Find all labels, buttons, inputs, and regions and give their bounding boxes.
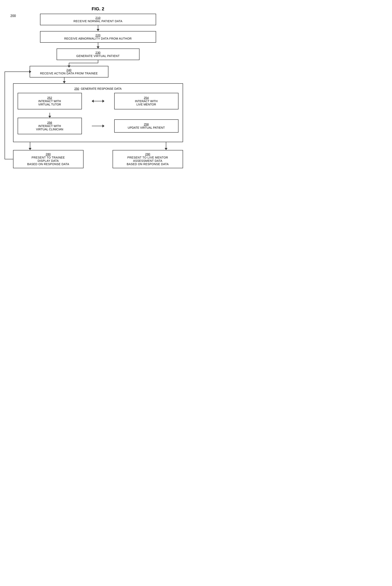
outer-box-250: 250 GENERATE RESPONSE DATA 252 INTERACT …: [13, 83, 183, 142]
box-250-label: 250 GENERATE RESPONSE DATA: [18, 87, 178, 90]
step-220-group: 220 RECEIVE ABNORMALITY DATA FROM AUTHOR: [13, 31, 183, 48]
box-254-id: 254: [144, 96, 149, 99]
box-258: 258 UPDATE VIRTUAL PATIENT: [114, 119, 178, 133]
box-230-text: GENERATE VIRTUAL PATIENT: [76, 54, 120, 58]
row-252-254: 252 INTERACT WITH VIRTUAL TUTOR 254 INTE…: [18, 93, 178, 109]
box-220-id: 220: [95, 33, 100, 37]
box-280-line1: PRESENT TO TRAINEE: [32, 156, 65, 159]
box-290: 290 PRESENT TO LIVE MENTOR ASSESSMENT DA…: [112, 150, 183, 168]
row-256-258: 256 INTERACT WITH VIRTUAL CLINICIAN 258 …: [18, 118, 178, 134]
box-252: 252 INTERACT WITH VIRTUAL TUTOR: [18, 93, 82, 109]
box-220: 220 RECEIVE ABNORMALITY DATA FROM AUTHOR: [40, 31, 156, 43]
flow-diagram: 210 RECEIVE NORMAL PATIENT DATA 220 RECE…: [13, 14, 183, 168]
box-256-line2: VIRTUAL CLINICIAN: [36, 128, 63, 131]
box-210: 210 RECEIVE NORMAL PATIENT DATA: [40, 14, 156, 25]
box-254-line1: INTERACT WITH: [135, 99, 158, 103]
box-240: 240 RECEIVE ACTION DATA FROM TRAINEE: [30, 66, 108, 77]
box-258-text: UPDATE VIRTUAL PATIENT: [128, 126, 165, 129]
arrow-256-258: [90, 126, 106, 126]
box-220-text: RECEIVE ABNORMALITY DATA FROM AUTHOR: [64, 37, 132, 40]
figure-title: FIG. 2: [8, 6, 188, 11]
bottom-arrows-row: [13, 142, 183, 150]
box-280-line3: BASED ON RESPONSE DATA: [27, 162, 69, 166]
box-280-line2: DISPLAY DATA: [38, 159, 59, 162]
arrow-240-250: [13, 77, 183, 83]
box-256-line1: INTERACT WITH: [38, 124, 61, 128]
box-280: 280 PRESENT TO TRAINEE DISPLAY DATA BASE…: [13, 150, 84, 168]
box-290-id: 290: [145, 152, 150, 156]
arrow-210-220: [96, 25, 100, 31]
box-256-id: 256: [47, 121, 52, 124]
box-290-line1: PRESENT TO LIVE MENTOR: [127, 156, 168, 159]
box-210-text: RECEIVE NORMAL PATIENT DATA: [74, 19, 122, 23]
box-280-id: 280: [46, 152, 51, 156]
step-230-group: 230 GENERATE VIRTUAL PATIENT: [13, 48, 183, 66]
box-240-id: 240: [66, 68, 72, 72]
arrow-220-230: [96, 43, 100, 48]
box-252-line2: VIRTUAL TUTOR: [38, 103, 61, 106]
box-290-line3: BASED ON RESPONSE DATA: [127, 162, 168, 166]
step-240-group: 240 RECEIVE ACTION DATA FROM TRAINEE: [13, 66, 183, 83]
box-290-line2: ASSESSMENT DATA: [133, 159, 162, 162]
step-210-group: 210 RECEIVE NORMAL PATIENT DATA: [13, 14, 183, 31]
box-254: 254 INTERACT WITH LIVE MENTOR: [114, 93, 178, 109]
box-252-id: 252: [47, 96, 52, 99]
box-258-id: 258: [144, 123, 149, 126]
box-230: 230 GENERATE VIRTUAL PATIENT: [56, 48, 140, 60]
box-256: 256 INTERACT WITH VIRTUAL CLINICIAN: [18, 118, 82, 134]
box-240-text: RECEIVE ACTION DATA FROM TRAINEE: [40, 72, 98, 75]
arrow-252-254: [90, 101, 106, 101]
box-252-line1: INTERACT WITH: [38, 99, 61, 103]
box-210-id: 210: [95, 16, 100, 19]
box-230-id: 230: [95, 51, 100, 54]
mid-arrows: [18, 113, 178, 118]
bottom-boxes-row: 280 PRESENT TO TRAINEE DISPLAY DATA BASE…: [13, 150, 183, 168]
box-254-line2: LIVE MENTOR: [136, 103, 156, 106]
